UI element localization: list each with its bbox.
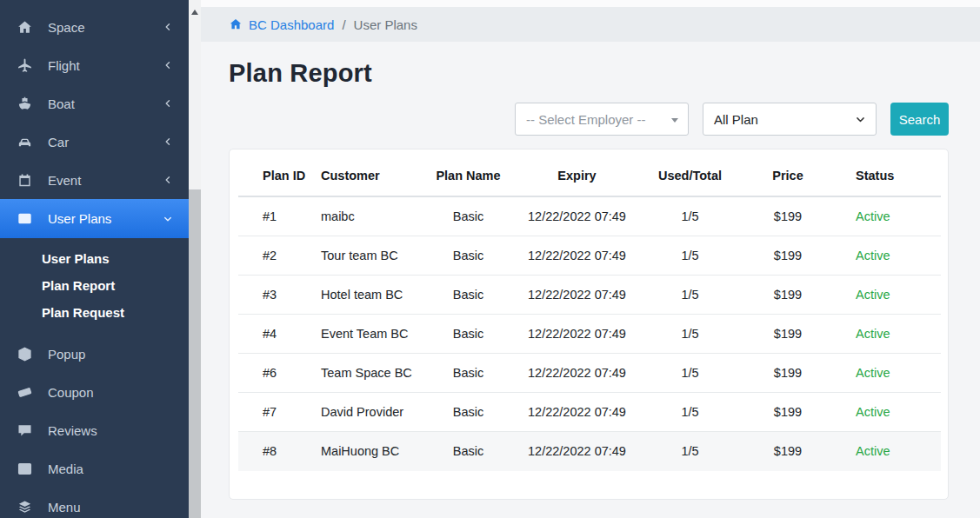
sidebar-subitem-plan-report[interactable]: Plan Report <box>0 272 189 299</box>
sidebar: SpaceFlightBoatCarEventUser PlansUser Pl… <box>0 0 189 518</box>
column-header-status: Status <box>831 153 941 196</box>
cell-customer: MaiHuong BC <box>312 432 418 471</box>
ship-icon <box>17 96 33 112</box>
sidebar-item-label: Reviews <box>48 423 173 438</box>
plans-table: Plan IDCustomerPlan NameExpiryUsed/Total… <box>238 153 941 471</box>
sidebar-scrollbar[interactable] <box>189 0 201 518</box>
table-row: #4Event Team BCBasic12/22/2022 07:491/5$… <box>238 315 941 354</box>
plan-select[interactable]: All Plan <box>703 103 877 136</box>
sidebar-item-car[interactable]: Car <box>0 123 189 161</box>
column-header-customer: Customer <box>312 153 418 196</box>
cell-plan-id: #3 <box>238 276 312 315</box>
chevron-left-icon <box>163 136 173 147</box>
table-row: #6Team Space BCBasic12/22/2022 07:491/5$… <box>238 354 941 393</box>
sidebar-item-label: Space <box>48 20 163 35</box>
breadcrumb-separator: / <box>342 17 345 32</box>
home-icon <box>229 17 243 31</box>
sidebar-item-label: User Plans <box>48 211 163 226</box>
column-header-plan-name: Plan Name <box>418 153 518 196</box>
cell-price: $199 <box>744 236 831 276</box>
cell-plan-id: #8 <box>238 432 312 471</box>
cell-status: Active <box>831 432 941 471</box>
cell-customer: maibc <box>312 196 418 236</box>
sidebar-subitem-label: User Plans <box>42 251 110 266</box>
cell-price: $199 <box>744 354 831 393</box>
sidebar-item-popup[interactable]: Popup <box>0 335 189 373</box>
plan-select-value: All Plan <box>714 112 758 127</box>
cell-price: $199 <box>744 393 831 432</box>
cell-plan-name: Basic <box>418 315 518 354</box>
cell-plan-id: #2 <box>238 236 312 276</box>
chevron-left-icon <box>163 22 173 32</box>
cell-used-total: 1/5 <box>636 393 744 432</box>
cell-expiry: 12/22/2022 07:49 <box>518 432 636 471</box>
table-row: #3Hotel team BCBasic12/22/2022 07:491/5$… <box>238 276 941 315</box>
cell-plan-name: Basic <box>418 393 518 432</box>
sidebar-item-boat[interactable]: Boat <box>0 84 189 123</box>
table-row: #1maibcBasic12/22/2022 07:491/5$199Activ… <box>238 196 941 236</box>
cell-used-total: 1/5 <box>636 354 744 393</box>
employer-select-value: -- Select Employer -- <box>526 112 646 127</box>
sidebar-item-flight[interactable]: Flight <box>0 46 189 84</box>
table-row: #8MaiHuong BCBasic12/22/2022 07:491/5$19… <box>238 432 941 471</box>
cell-plan-name: Basic <box>418 236 518 276</box>
comment-icon <box>17 422 33 439</box>
sidebar-item-label: Boat <box>48 96 163 111</box>
image-icon <box>17 461 33 477</box>
cell-status: Active <box>831 315 941 354</box>
cell-expiry: 12/22/2022 07:49 <box>518 354 636 393</box>
chevron-left-icon <box>163 175 173 185</box>
cell-price: $199 <box>744 432 831 471</box>
cell-plan-name: Basic <box>418 276 518 315</box>
sidebar-item-user-plans[interactable]: User Plans <box>0 199 189 238</box>
chevron-down-icon <box>855 114 866 125</box>
cell-plan-name: Basic <box>418 196 518 236</box>
cell-status: Active <box>831 236 941 276</box>
employer-select[interactable]: -- Select Employer -- <box>515 103 689 136</box>
table-row: #7David ProviderBasic12/22/2022 07:491/5… <box>238 393 941 432</box>
home-icon <box>17 19 33 36</box>
layers-icon <box>17 499 33 515</box>
sidebar-item-reviews[interactable]: Reviews <box>0 411 189 449</box>
cell-plan-id: #1 <box>238 196 312 236</box>
scrollbar-up-arrow-icon[interactable] <box>189 6 201 18</box>
calendar-icon <box>17 172 33 189</box>
table-header-row: Plan IDCustomerPlan NameExpiryUsed/Total… <box>238 153 941 196</box>
cell-plan-name: Basic <box>418 432 518 471</box>
search-button[interactable]: Search <box>890 103 949 136</box>
plans-table-card: Plan IDCustomerPlan NameExpiryUsed/Total… <box>229 149 949 500</box>
sidebar-item-coupon[interactable]: Coupon <box>0 373 189 411</box>
sidebar-item-event[interactable]: Event <box>0 161 189 199</box>
cube-icon <box>17 346 33 362</box>
cell-price: $199 <box>744 276 831 315</box>
cell-expiry: 12/22/2022 07:49 <box>518 276 636 315</box>
cell-plan-id: #4 <box>238 315 312 354</box>
breadcrumb-home-link[interactable]: BC Dashboard <box>229 17 334 32</box>
sidebar-subitem-user-plans[interactable]: User Plans <box>0 245 189 272</box>
cell-used-total: 1/5 <box>636 276 744 315</box>
column-header-expiry: Expiry <box>518 153 636 196</box>
filters-bar: -- Select Employer -- All Plan Search <box>229 103 949 136</box>
scrollbar-thumb[interactable] <box>189 189 201 518</box>
cell-expiry: 12/22/2022 07:49 <box>518 393 636 432</box>
cell-plan-name: Basic <box>418 354 518 393</box>
sidebar-item-space[interactable]: Space <box>0 8 189 46</box>
chevron-left-icon <box>163 60 173 70</box>
cell-used-total: 1/5 <box>636 236 744 276</box>
cell-status: Active <box>831 276 941 315</box>
car-icon <box>17 134 33 150</box>
sidebar-item-media[interactable]: Media <box>0 449 189 488</box>
cell-status: Active <box>831 354 941 393</box>
sidebar-item-label: Menu <box>48 500 173 515</box>
breadcrumb-home-label: BC Dashboard <box>249 17 334 32</box>
sidebar-subitem-plan-request[interactable]: Plan Request <box>0 299 189 326</box>
cell-used-total: 1/5 <box>636 196 744 236</box>
column-header-price: Price <box>744 153 831 196</box>
breadcrumb-current: User Plans <box>354 17 417 32</box>
caret-down-icon <box>671 118 678 123</box>
breadcrumb: BC Dashboard / User Plans <box>201 7 980 42</box>
sidebar-subitem-label: Plan Report <box>42 278 115 293</box>
sidebar-item-menu[interactable]: Menu <box>0 488 189 518</box>
cell-expiry: 12/22/2022 07:49 <box>518 196 636 236</box>
column-header-plan-id: Plan ID <box>238 153 312 196</box>
